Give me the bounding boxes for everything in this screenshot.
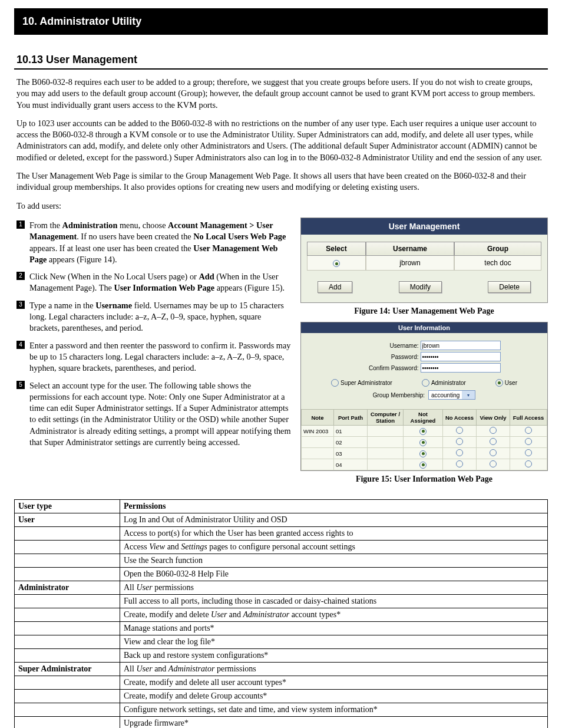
username-field[interactable] — [421, 341, 501, 350]
radio-not-assigned[interactable] — [419, 439, 427, 446]
password-label: Password: — [348, 354, 419, 360]
select-radio[interactable] — [307, 256, 366, 271]
figure-15-caption: Figure 15: User Information Web Page — [300, 475, 548, 484]
radio-full-access[interactable] — [525, 460, 532, 467]
chevron-down-icon: ▾ — [462, 391, 475, 399]
confirm-password-label: Confirm Password: — [348, 365, 419, 371]
radio-full-access[interactable] — [525, 427, 532, 434]
group-membership-label: Group Membership: — [373, 392, 425, 398]
column-header-group: Group — [454, 242, 541, 256]
radio-view-only[interactable] — [490, 427, 497, 434]
radio-not-assigned[interactable] — [419, 462, 427, 469]
confirm-password-field[interactable] — [421, 363, 501, 373]
th-note: Note — [302, 410, 334, 426]
delete-button[interactable]: Delete — [488, 281, 531, 293]
password-field[interactable] — [421, 352, 501, 361]
modify-button[interactable]: Modify — [399, 281, 442, 293]
th-no-access: No Access — [443, 410, 477, 426]
intro-paragraph-3: The User Management Web Page is similar … — [16, 170, 546, 193]
step-1: From the Administration menu, choose Acc… — [16, 220, 292, 265]
radio-view-only[interactable] — [490, 438, 497, 445]
table-row: 04 — [302, 459, 547, 470]
radio-view-only[interactable] — [490, 460, 497, 467]
th-user-type: User type — [15, 500, 120, 513]
th-full-access: Full Access — [510, 410, 547, 426]
add-button[interactable]: Add — [318, 281, 352, 293]
section-title: 10.13 User Management — [16, 54, 548, 66]
intro-paragraph-2: Up to 1023 user accounts can be added to… — [16, 118, 546, 163]
radio-not-assigned[interactable] — [419, 428, 427, 435]
user-management-title: User Management — [301, 218, 547, 235]
radio-no-access[interactable] — [456, 460, 463, 467]
th-station: Computer / Station — [368, 410, 404, 426]
cell-group: tech doc — [454, 256, 541, 271]
role-admin-radio[interactable]: Administrator — [422, 379, 466, 387]
radio-no-access[interactable] — [456, 449, 463, 456]
step-3: Type a name in the Username field. Usern… — [16, 300, 292, 334]
column-header-select: Select — [307, 242, 366, 256]
th-portpath: Port Path — [334, 410, 368, 426]
cell-username: jbrown — [366, 256, 454, 271]
group-membership-select[interactable]: accounting▾ — [428, 390, 475, 400]
radio-full-access[interactable] — [525, 449, 532, 456]
chapter-title: 10. Administrator Utility — [14, 8, 548, 35]
table-row: 02 — [302, 437, 547, 448]
radio-view-only[interactable] — [490, 449, 497, 456]
radio-not-assigned[interactable] — [419, 450, 427, 457]
username-label: Username: — [348, 342, 419, 349]
port-access-table: Note Port Path Computer / Station Not As… — [301, 409, 547, 470]
th-view-only: View Only — [477, 410, 510, 426]
figure-14: User Management Select Username jbrown G… — [300, 218, 548, 317]
figure-15: User Information Username: Password: Con… — [300, 322, 548, 484]
intro-paragraph-1: The B060-032-8 requires each user to be … — [16, 77, 546, 111]
table-row: 03 — [302, 448, 547, 459]
figure-14-caption: Figure 14: User Management Web Page — [300, 307, 548, 316]
table-row: WIN 200301 — [302, 426, 547, 437]
step-2: Click New (When in the No Local Users pa… — [16, 271, 292, 294]
role-super-admin-radio[interactable]: Super Administrator — [331, 379, 392, 387]
to-add-users-label: To add users: — [16, 200, 546, 212]
th-not-assigned: Not Assigned — [404, 410, 443, 426]
step-4: Enter a password and then reenter the pa… — [16, 340, 292, 374]
th-permissions: Permissions — [120, 500, 548, 513]
step-5: Select an account type for the user. The… — [16, 380, 292, 449]
permissions-table: User typePermissions UserLog In and Out … — [14, 499, 548, 728]
user-information-title: User Information — [301, 322, 547, 333]
role-user-radio[interactable]: User — [495, 379, 517, 387]
column-header-username: Username — [366, 242, 454, 256]
radio-full-access[interactable] — [525, 438, 532, 445]
radio-no-access[interactable] — [456, 438, 463, 445]
radio-no-access[interactable] — [456, 427, 463, 434]
